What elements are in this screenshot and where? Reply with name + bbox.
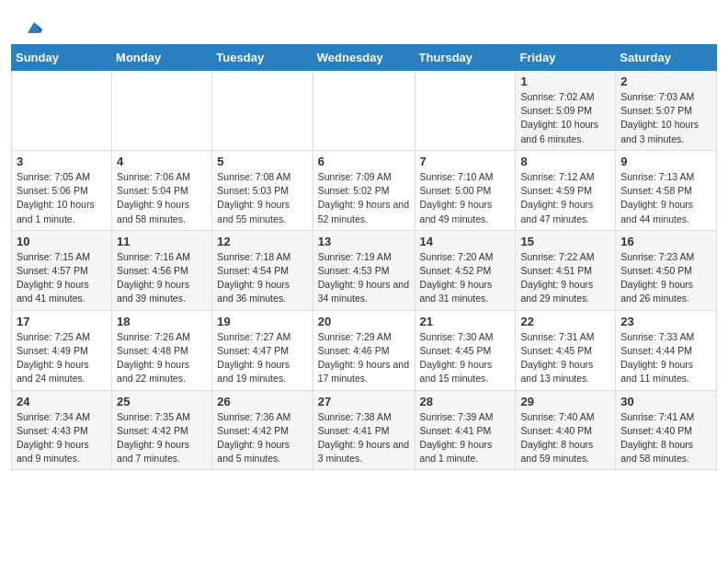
day-number: 9 xyxy=(620,155,711,168)
day-number: 12 xyxy=(217,235,307,248)
calendar-week-row: 10Sunrise: 7:15 AM Sunset: 4:57 PM Dayli… xyxy=(12,230,717,310)
day-info: Sunrise: 7:38 AM Sunset: 4:41 PM Dayligh… xyxy=(318,410,410,466)
day-info: Sunrise: 7:08 AM Sunset: 5:03 PM Dayligh… xyxy=(217,170,307,226)
day-info: Sunrise: 7:20 AM Sunset: 4:52 PM Dayligh… xyxy=(420,250,511,306)
day-number: 26 xyxy=(217,395,307,408)
calendar-cell: 13Sunrise: 7:19 AM Sunset: 4:53 PM Dayli… xyxy=(313,230,415,310)
day-info: Sunrise: 7:02 AM Sunset: 5:09 PM Dayligh… xyxy=(520,90,610,146)
calendar-cell: 4Sunrise: 7:06 AM Sunset: 5:04 PM Daylig… xyxy=(112,150,212,230)
day-number: 18 xyxy=(117,315,207,328)
calendar-week-row: 17Sunrise: 7:25 AM Sunset: 4:49 PM Dayli… xyxy=(12,310,717,390)
calendar-cell: 25Sunrise: 7:35 AM Sunset: 4:42 PM Dayli… xyxy=(112,390,212,470)
calendar-cell: 16Sunrise: 7:23 AM Sunset: 4:50 PM Dayli… xyxy=(616,230,717,310)
calendar-cell xyxy=(313,71,415,151)
calendar-cell: 17Sunrise: 7:25 AM Sunset: 4:49 PM Dayli… xyxy=(12,310,112,390)
calendar-cell: 26Sunrise: 7:36 AM Sunset: 4:42 PM Dayli… xyxy=(212,390,313,470)
day-info: Sunrise: 7:36 AM Sunset: 4:42 PM Dayligh… xyxy=(217,410,307,466)
calendar-cell: 21Sunrise: 7:30 AM Sunset: 4:45 PM Dayli… xyxy=(415,310,516,390)
day-info: Sunrise: 7:33 AM Sunset: 4:44 PM Dayligh… xyxy=(620,330,711,386)
calendar-cell: 1Sunrise: 7:02 AM Sunset: 5:09 PM Daylig… xyxy=(516,71,616,151)
day-info: Sunrise: 7:29 AM Sunset: 4:46 PM Dayligh… xyxy=(318,330,410,386)
weekday-header: Tuesday xyxy=(212,45,313,71)
calendar-cell: 5Sunrise: 7:08 AM Sunset: 5:03 PM Daylig… xyxy=(212,150,313,230)
day-info: Sunrise: 7:25 AM Sunset: 4:49 PM Dayligh… xyxy=(17,330,107,386)
day-number: 7 xyxy=(420,155,511,168)
day-info: Sunrise: 7:16 AM Sunset: 4:56 PM Dayligh… xyxy=(117,250,207,306)
page-header xyxy=(0,0,728,44)
day-number: 16 xyxy=(620,235,711,248)
weekday-header: Wednesday xyxy=(313,45,415,71)
day-info: Sunrise: 7:39 AM Sunset: 4:41 PM Dayligh… xyxy=(420,410,511,466)
day-info: Sunrise: 7:41 AM Sunset: 4:40 PM Dayligh… xyxy=(620,410,711,466)
day-info: Sunrise: 7:34 AM Sunset: 4:43 PM Dayligh… xyxy=(17,410,107,466)
calendar-cell: 15Sunrise: 7:22 AM Sunset: 4:51 PM Dayli… xyxy=(516,230,616,310)
day-info: Sunrise: 7:23 AM Sunset: 4:50 PM Dayligh… xyxy=(620,250,711,306)
calendar-cell: 18Sunrise: 7:26 AM Sunset: 4:48 PM Dayli… xyxy=(112,310,212,390)
day-info: Sunrise: 7:30 AM Sunset: 4:45 PM Dayligh… xyxy=(420,330,511,386)
day-number: 24 xyxy=(17,395,107,408)
day-info: Sunrise: 7:10 AM Sunset: 5:00 PM Dayligh… xyxy=(420,170,511,226)
calendar-cell: 27Sunrise: 7:38 AM Sunset: 4:41 PM Dayli… xyxy=(313,390,415,470)
calendar-cell: 24Sunrise: 7:34 AM Sunset: 4:43 PM Dayli… xyxy=(12,390,112,470)
calendar-cell: 29Sunrise: 7:40 AM Sunset: 4:40 PM Dayli… xyxy=(516,390,616,470)
logo-icon xyxy=(24,17,44,37)
day-number: 22 xyxy=(520,315,610,328)
day-number: 5 xyxy=(217,155,307,168)
day-number: 11 xyxy=(117,235,207,248)
day-info: Sunrise: 7:06 AM Sunset: 5:04 PM Dayligh… xyxy=(117,170,207,226)
day-number: 29 xyxy=(520,395,610,408)
day-number: 14 xyxy=(420,235,511,248)
day-info: Sunrise: 7:18 AM Sunset: 4:54 PM Dayligh… xyxy=(217,250,307,306)
day-info: Sunrise: 7:40 AM Sunset: 4:40 PM Dayligh… xyxy=(520,410,610,466)
day-number: 4 xyxy=(117,155,207,168)
day-info: Sunrise: 7:09 AM Sunset: 5:02 PM Dayligh… xyxy=(318,170,410,226)
day-number: 30 xyxy=(620,395,711,408)
calendar-container: SundayMondayTuesdayWednesdayThursdayFrid… xyxy=(0,44,728,481)
calendar-cell: 8Sunrise: 7:12 AM Sunset: 4:59 PM Daylig… xyxy=(516,150,616,230)
day-info: Sunrise: 7:12 AM Sunset: 4:59 PM Dayligh… xyxy=(520,170,610,226)
day-number: 21 xyxy=(420,315,511,328)
day-number: 19 xyxy=(217,315,307,328)
calendar-header-row: SundayMondayTuesdayWednesdayThursdayFrid… xyxy=(12,45,717,71)
calendar-week-row: 1Sunrise: 7:02 AM Sunset: 5:09 PM Daylig… xyxy=(12,71,717,151)
day-info: Sunrise: 7:27 AM Sunset: 4:47 PM Dayligh… xyxy=(217,330,307,386)
day-number: 28 xyxy=(420,395,511,408)
calendar-cell xyxy=(415,71,516,151)
calendar-cell: 6Sunrise: 7:09 AM Sunset: 5:02 PM Daylig… xyxy=(313,150,415,230)
calendar-cell: 19Sunrise: 7:27 AM Sunset: 4:47 PM Dayli… xyxy=(212,310,313,390)
calendar-cell: 10Sunrise: 7:15 AM Sunset: 4:57 PM Dayli… xyxy=(12,230,112,310)
calendar-cell: 12Sunrise: 7:18 AM Sunset: 4:54 PM Dayli… xyxy=(212,230,313,310)
day-number: 3 xyxy=(17,155,107,168)
calendar-table: SundayMondayTuesdayWednesdayThursdayFrid… xyxy=(11,44,717,470)
weekday-header: Monday xyxy=(112,45,212,71)
day-info: Sunrise: 7:26 AM Sunset: 4:48 PM Dayligh… xyxy=(117,330,207,386)
day-number: 17 xyxy=(17,315,107,328)
day-info: Sunrise: 7:13 AM Sunset: 4:58 PM Dayligh… xyxy=(620,170,711,226)
day-number: 2 xyxy=(620,75,711,88)
day-number: 10 xyxy=(17,235,107,248)
calendar-cell: 28Sunrise: 7:39 AM Sunset: 4:41 PM Dayli… xyxy=(415,390,516,470)
weekday-header: Friday xyxy=(516,45,616,71)
calendar-cell: 20Sunrise: 7:29 AM Sunset: 4:46 PM Dayli… xyxy=(313,310,415,390)
day-number: 25 xyxy=(117,395,207,408)
day-number: 20 xyxy=(318,315,410,328)
day-info: Sunrise: 7:15 AM Sunset: 4:57 PM Dayligh… xyxy=(17,250,107,306)
day-number: 23 xyxy=(620,315,711,328)
weekday-header: Sunday xyxy=(12,45,112,71)
day-info: Sunrise: 7:05 AM Sunset: 5:06 PM Dayligh… xyxy=(17,170,107,226)
day-number: 1 xyxy=(520,75,610,88)
day-number: 27 xyxy=(318,395,410,408)
day-number: 15 xyxy=(520,235,610,248)
day-number: 8 xyxy=(520,155,610,168)
calendar-cell: 2Sunrise: 7:03 AM Sunset: 5:07 PM Daylig… xyxy=(616,71,717,151)
calendar-cell: 14Sunrise: 7:20 AM Sunset: 4:52 PM Dayli… xyxy=(415,230,516,310)
calendar-cell xyxy=(12,71,112,151)
calendar-cell xyxy=(112,71,212,151)
day-info: Sunrise: 7:03 AM Sunset: 5:07 PM Dayligh… xyxy=(620,90,711,146)
calendar-cell: 23Sunrise: 7:33 AM Sunset: 4:44 PM Dayli… xyxy=(616,310,717,390)
calendar-body: 1Sunrise: 7:02 AM Sunset: 5:09 PM Daylig… xyxy=(12,71,717,470)
calendar-week-row: 24Sunrise: 7:34 AM Sunset: 4:43 PM Dayli… xyxy=(12,390,717,470)
day-number: 6 xyxy=(318,155,410,168)
day-info: Sunrise: 7:35 AM Sunset: 4:42 PM Dayligh… xyxy=(117,410,207,466)
calendar-cell: 11Sunrise: 7:16 AM Sunset: 4:56 PM Dayli… xyxy=(112,230,212,310)
